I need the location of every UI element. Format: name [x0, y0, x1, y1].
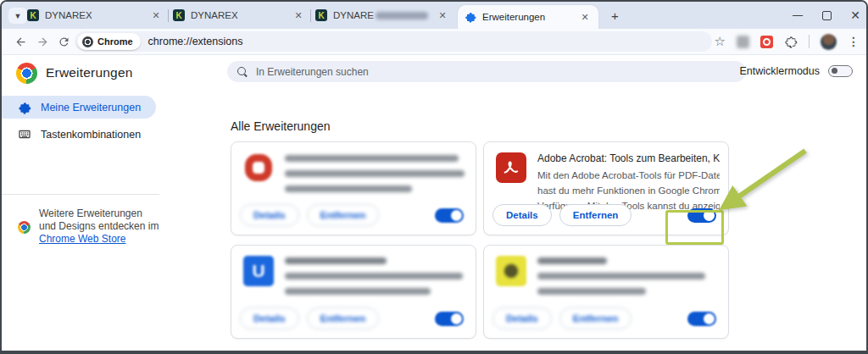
extensions-puzzle-icon — [465, 11, 476, 23]
sidebar: Meine Erweiterungen Tastenkombinationen … — [2, 92, 222, 351]
sidebar-divider — [2, 194, 159, 195]
forward-arrow-icon — [36, 36, 49, 48]
redacted-tab-text — [376, 12, 428, 19]
adblock-toolbar-icon[interactable] — [760, 36, 773, 48]
sidebar-item-label: Tastenkombinationen — [41, 129, 141, 141]
forward-button[interactable] — [34, 33, 51, 50]
close-window-button[interactable]: ✕ — [849, 9, 861, 21]
search-icon — [237, 67, 248, 77]
chrome-web-store-icon — [18, 221, 31, 234]
details-button[interactable]: Details — [240, 307, 299, 329]
adobe-acrobat-toggle[interactable] — [687, 208, 716, 223]
developer-mode-label: Entwicklermodus — [740, 65, 820, 77]
tab-extensions-active[interactable]: Erweiterungen ✕ — [458, 5, 598, 29]
adblock-red-icon — [243, 152, 274, 183]
blue-password-icon: U — [243, 256, 274, 286]
maximize-button[interactable] — [821, 9, 832, 21]
developer-mode-control: Entwicklermodus — [740, 65, 853, 77]
back-arrow-icon — [14, 36, 27, 48]
tab-dynarex-3[interactable]: K DYNARE ✕ — [315, 2, 449, 29]
sidebar-item-keyboard-shortcuts[interactable]: Tastenkombinationen — [2, 123, 156, 146]
toggle-knob — [451, 210, 462, 221]
menu-dots-icon[interactable]: ⋮ — [848, 35, 860, 48]
details-button[interactable]: Details — [240, 204, 299, 226]
tab-separator — [168, 9, 169, 22]
extension-toggle[interactable] — [435, 312, 464, 326]
tab-close-icon[interactable]: ✕ — [578, 10, 592, 24]
tab-close-icon[interactable]: ✕ — [292, 8, 305, 22]
dynarex-favicon: K — [173, 9, 185, 21]
sidebar-item-my-extensions[interactable]: Meine Erweiterungen — [2, 96, 156, 119]
footer-text-line1: Weitere Erweiterungen — [39, 207, 142, 219]
remove-button[interactable]: Entfernen — [559, 204, 632, 226]
tab-separator — [310, 9, 311, 22]
redacted-text-block — [537, 256, 720, 303]
minimize-button[interactable]: — — [792, 9, 804, 21]
remove-button[interactable]: Entfernen — [307, 307, 380, 329]
search-input[interactable] — [254, 65, 736, 79]
puzzle-icon — [18, 101, 31, 114]
toggle-knob — [832, 68, 837, 74]
redacted-text-block — [285, 256, 467, 303]
sidebar-item-label: Meine Erweiterungen — [41, 102, 141, 113]
details-button[interactable]: Details — [492, 307, 552, 329]
extension-toggle[interactable] — [687, 312, 716, 326]
bookmark-star-icon[interactable]: ☆ — [715, 34, 726, 49]
tab-title: DYNARE — [333, 10, 374, 20]
toggle-knob — [451, 313, 462, 324]
extension-description-line: Mit den Adobe Acrobat-Tools für PDF-Date… — [537, 168, 720, 183]
chip-label: Chrome — [97, 36, 133, 47]
page-title: Erweiterungen — [46, 65, 133, 80]
toolbar-right-icons: ☆ ⋮ — [715, 29, 860, 54]
details-button[interactable]: Details — [492, 204, 552, 226]
tab-dynarex-1[interactable]: K DYNAREX ✕ — [27, 2, 163, 29]
tab-title: Erweiterungen — [482, 12, 545, 22]
reload-button[interactable] — [55, 33, 72, 50]
redacted-extension-icon[interactable] — [737, 36, 749, 48]
tab-close-icon[interactable]: ✕ — [149, 8, 163, 22]
extensions-menu-icon[interactable] — [784, 35, 798, 48]
chrome-mono-icon — [82, 36, 93, 47]
toolbar-divider — [809, 35, 810, 48]
remove-button[interactable]: Entfernen — [559, 307, 632, 329]
tab-title: DYNAREX — [45, 10, 92, 20]
section-heading: Alle Erweiterungen — [231, 119, 331, 133]
tab-close-icon[interactable]: ✕ — [436, 8, 449, 22]
browser-window: ▼ K DYNAREX ✕ K DYNAREX ✕ K DYNARE ✕ Erw… — [0, 0, 868, 354]
window-controls: — ✕ — [792, 2, 861, 29]
address-bar[interactable]: Chrome chrome://extensions — [75, 31, 712, 52]
remove-button[interactable]: Entfernen — [307, 204, 380, 226]
extension-card-redacted-2: U Details Entfernen — [231, 245, 476, 339]
footer-text-line2: und Designs entdecken im — [39, 220, 159, 232]
tab-title: DYNAREX — [191, 10, 238, 20]
adobe-acrobat-icon — [496, 152, 526, 183]
extension-description-line: hast du mehr Funktionen in Google Chrome… — [537, 183, 720, 198]
extensions-search[interactable] — [227, 61, 746, 82]
tab-dynarex-2[interactable]: K DYNAREX ✕ — [173, 2, 305, 29]
extensions-page: Erweiterungen Entwicklermodus Meine Erwe… — [2, 55, 866, 351]
chrome-logo-icon — [16, 63, 37, 84]
page-header: Erweiterungen Entwicklermodus — [2, 55, 866, 92]
dynarex-favicon: K — [27, 9, 39, 21]
new-tab-button[interactable]: + — [607, 8, 623, 24]
tab-strip: ▼ K DYNAREX ✕ K DYNAREX ✕ K DYNARE ✕ Erw… — [2, 2, 866, 29]
toggle-knob — [704, 210, 715, 221]
back-button[interactable] — [12, 33, 29, 50]
profile-avatar[interactable] — [821, 34, 837, 50]
extension-toggle[interactable] — [435, 208, 464, 223]
extension-card-redacted-3: Details Entfernen — [483, 245, 729, 339]
yellow-security-icon — [496, 256, 526, 286]
tab-search-button[interactable]: ▼ — [8, 8, 27, 24]
chevron-down-icon: ▼ — [14, 12, 22, 20]
developer-mode-toggle[interactable] — [828, 65, 853, 77]
toggle-knob — [704, 313, 715, 324]
redacted-text-block — [285, 152, 467, 201]
extension-card-adobe-acrobat: Adobe Acrobat: Tools zum Bearbeiten, Kon… — [483, 141, 729, 235]
reload-icon — [58, 36, 70, 48]
extension-card-redacted-1: Details Entfernen — [231, 141, 476, 235]
maximize-icon — [822, 11, 832, 20]
keyboard-icon — [18, 128, 31, 141]
extension-title: Adobe Acrobat: Tools zum Bearbeiten, Kon… — [537, 152, 720, 164]
chrome-url-chip: Chrome — [77, 33, 141, 50]
chrome-web-store-link[interactable]: Chrome Web Store — [39, 233, 126, 245]
